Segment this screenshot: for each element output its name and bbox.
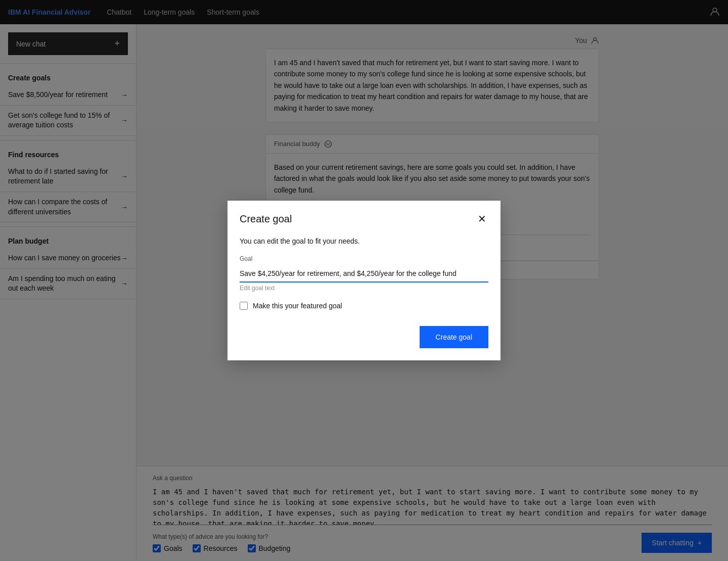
featured-goal-label[interactable]: Make this your featured goal — [253, 302, 342, 310]
featured-goal-checkbox-group: Make this your featured goal — [240, 302, 488, 310]
modal-header: Create goal ✕ — [228, 201, 500, 233]
modal-overlay[interactable]: Create goal ✕ You can edit the goal to f… — [0, 0, 728, 561]
goal-input-value[interactable]: Save $4,250/year for retirement, and $4,… — [240, 264, 488, 283]
modal-body: You can edit the goal to fit your needs.… — [228, 233, 500, 360]
goal-field-label: Goal — [240, 255, 488, 262]
modal-actions: Create goal — [240, 326, 488, 348]
goal-input-hint: Edit goal text — [240, 285, 488, 292]
create-goal-modal: Create goal ✕ You can edit the goal to f… — [228, 201, 500, 360]
create-goal-button[interactable]: Create goal — [420, 326, 488, 348]
modal-title: Create goal — [240, 213, 292, 225]
modal-close-button[interactable]: ✕ — [476, 211, 488, 227]
modal-description: You can edit the goal to fit your needs. — [240, 237, 488, 245]
featured-goal-checkbox[interactable] — [240, 302, 248, 310]
